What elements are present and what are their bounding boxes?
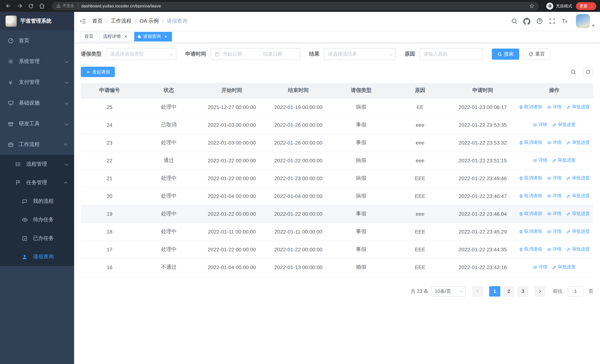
sidebar-logo[interactable]: 芋道管理系统 — [0, 12, 74, 30]
fullscreen-icon[interactable] — [548, 18, 555, 25]
cancel-leave-link[interactable]: 取消请假 — [519, 229, 542, 235]
browser-back-icon[interactable] — [4, 1, 13, 11]
browser-update-button[interactable]: 更新 ⋮ — [576, 2, 596, 10]
approval-progress-link[interactable]: 审批进度 — [566, 246, 590, 253]
col-apply-time: 申请时间 — [450, 83, 515, 98]
approval-progress-link[interactable]: 审批进度 — [566, 175, 590, 181]
table-row[interactable]: 18 处理中 2022-01-11 00:00:00 2022-01-11 00… — [81, 223, 593, 241]
next-page-button[interactable] — [534, 286, 545, 296]
cancel-leave-link[interactable]: 取消请假 — [519, 246, 542, 253]
font-size-icon[interactable] — [561, 18, 568, 25]
detail-link[interactable]: 详情 — [547, 175, 562, 181]
github-icon[interactable] — [523, 18, 530, 25]
col-start-time: 开始时间 — [199, 83, 264, 98]
detail-link[interactable]: 详情 — [547, 211, 562, 217]
approval-progress-link[interactable]: 审批进度 — [552, 122, 576, 128]
sidebar-item-process-management[interactable]: 流程管理 — [0, 155, 74, 173]
sidebar-item-infrastructure[interactable]: 基础设施 — [0, 93, 74, 113]
page-button-3[interactable]: 3 — [517, 286, 528, 296]
table-row[interactable]: 25 处理中 2021-12-27 00:00:00 2022-01-19 00… — [81, 98, 593, 116]
approval-progress-link[interactable]: 审批进度 — [566, 104, 590, 110]
sidebar-item-pending-tasks[interactable]: 待办任务 — [0, 211, 74, 229]
page-size-select[interactable]: 10条/页 — [431, 286, 466, 296]
cancel-leave-link[interactable]: 取消请假 — [519, 104, 542, 110]
breadcrumb: 首页 工作流程 OA 示例 请假查询 — [92, 18, 188, 24]
sidebar-item-done-tasks[interactable]: 已办任务 — [0, 229, 74, 248]
security-label: 不安全 — [63, 3, 74, 9]
prev-page-button[interactable] — [472, 286, 483, 296]
browser-reload-icon[interactable] — [26, 1, 36, 11]
browser-forward-icon[interactable] — [15, 1, 24, 11]
approval-progress-link[interactable]: 审批进度 — [566, 211, 590, 217]
user-menu[interactable] — [576, 14, 595, 28]
cell-start-time: 2022-01-22 00:00:00 — [199, 241, 264, 258]
browser-home-icon[interactable] — [37, 1, 47, 11]
detail-link[interactable]: 详情 — [533, 122, 547, 128]
table-row[interactable]: 19 处理中 2022-01-22 00:00:00 2022-01-22 00… — [81, 205, 593, 223]
approval-progress-link[interactable]: 审批进度 — [552, 264, 576, 271]
reason-input[interactable]: 请输入原因 — [420, 48, 483, 60]
cancel-leave-link[interactable]: 取消请假 — [519, 211, 542, 217]
sidebar-item-task-management[interactable]: 任务管理 — [0, 173, 74, 192]
approval-progress-link[interactable]: 审批进度 — [552, 157, 576, 164]
hamburger-icon[interactable] — [74, 12, 92, 30]
table-row[interactable]: 24 已取消 2022-01-03 00:00:00 2022-01-26 00… — [81, 116, 593, 134]
detail-link[interactable]: 详情 — [533, 157, 547, 164]
security-status[interactable]: 不安全 — [56, 3, 78, 9]
cell-start-time: 2022-01-03 00:00:00 — [199, 116, 264, 134]
sidebar-item-leave-query[interactable]: 请假查询 — [0, 248, 74, 266]
help-icon[interactable] — [536, 18, 543, 25]
detail-link[interactable]: 详情 — [547, 246, 562, 253]
sidebar-item-payment[interactable]: ¥ 支付管理 — [0, 72, 74, 93]
approval-progress-link[interactable]: 审批进度 — [566, 140, 590, 146]
table-row[interactable]: 16 不通过 2022-01-04 00:00:00 2022-01-13 00… — [81, 258, 593, 276]
detail-link[interactable]: 详情 — [533, 264, 547, 271]
breadcrumb-oa-example[interactable]: OA 示例 — [140, 18, 167, 24]
reset-button[interactable]: 重置 — [523, 48, 550, 60]
cancel-leave-link[interactable]: 取消请假 — [519, 140, 542, 146]
table-row[interactable]: 21 处理中 2022-01-22 00:00:00 2022-01-23 00… — [81, 169, 593, 187]
incognito-icon — [546, 2, 553, 9]
search-icon[interactable] — [511, 18, 518, 25]
breadcrumb-home[interactable]: 首页 — [92, 18, 111, 24]
tab-process-detail[interactable]: 流程详情 × — [99, 32, 132, 41]
cancel-leave-link[interactable]: 取消请假 — [519, 175, 542, 181]
table-row[interactable]: 22 通过 2022-01-22 00:00:00 2022-01-22 00:… — [81, 152, 593, 169]
detail-link[interactable]: 详情 — [547, 193, 562, 199]
close-icon[interactable]: × — [163, 34, 168, 39]
table-row[interactable]: 17 处理中 2022-01-22 00:00:00 2022-01-22 00… — [81, 241, 593, 258]
breadcrumb-workflow[interactable]: 工作流程 — [111, 18, 140, 24]
detail-link[interactable]: 详情 — [547, 140, 562, 146]
goto-page-input[interactable] — [568, 286, 583, 296]
tab-home[interactable]: 首页 — [81, 32, 97, 41]
page-button-1[interactable]: 1 — [489, 286, 500, 296]
search-button[interactable]: 搜索 — [492, 48, 519, 60]
refresh-icon[interactable] — [583, 67, 593, 77]
page-button-2[interactable]: 2 — [503, 286, 514, 296]
browser-menu-icon[interactable]: ⋮ — [590, 4, 594, 8]
sidebar-item-home[interactable]: 首页 — [0, 30, 74, 51]
address-bar[interactable]: 不安全 dashboard.yudao.iocoder.cn/bpm/oa/le… — [52, 2, 539, 10]
sidebar-item-my-processes[interactable]: 我的流程 — [0, 192, 74, 211]
bookmark-star-icon[interactable] — [529, 3, 534, 9]
create-leave-button[interactable]: 发起请假 — [81, 67, 115, 77]
table-row[interactable]: 23 处理中 2022-01-03 00:00:00 2022-01-26 00… — [81, 134, 593, 152]
table-row[interactable]: 20 处理中 2022-01-04 00:00:00 2022-01-04 00… — [81, 187, 593, 205]
flag-icon — [15, 180, 21, 186]
sidebar-item-workflow[interactable]: 工作流程 — [0, 134, 74, 155]
cell-operations: 取消请假 详情 审批进度 — [515, 134, 593, 152]
sidebar-item-devtools[interactable]: 研发工具 — [0, 113, 74, 134]
eye-icon — [21, 217, 28, 223]
toggle-search-icon[interactable] — [568, 67, 579, 77]
leave-type-select[interactable]: 请选择请假类型 — [106, 48, 176, 60]
tab-leave-query[interactable]: 请假查询 × — [134, 32, 172, 41]
sidebar-item-system[interactable]: 系统管理 — [0, 51, 74, 72]
result-select[interactable]: 请选择流结果 — [324, 48, 396, 60]
approval-progress-link[interactable]: 审批进度 — [566, 229, 590, 235]
detail-link[interactable]: 详情 — [547, 104, 562, 110]
detail-link[interactable]: 详情 — [547, 229, 562, 235]
close-icon[interactable]: × — [123, 34, 128, 39]
cancel-leave-link[interactable]: 取消请假 — [519, 193, 542, 199]
apply-time-range-picker[interactable]: 开始日期 - 结束日期 — [210, 48, 300, 60]
approval-progress-link[interactable]: 审批进度 — [566, 193, 590, 199]
